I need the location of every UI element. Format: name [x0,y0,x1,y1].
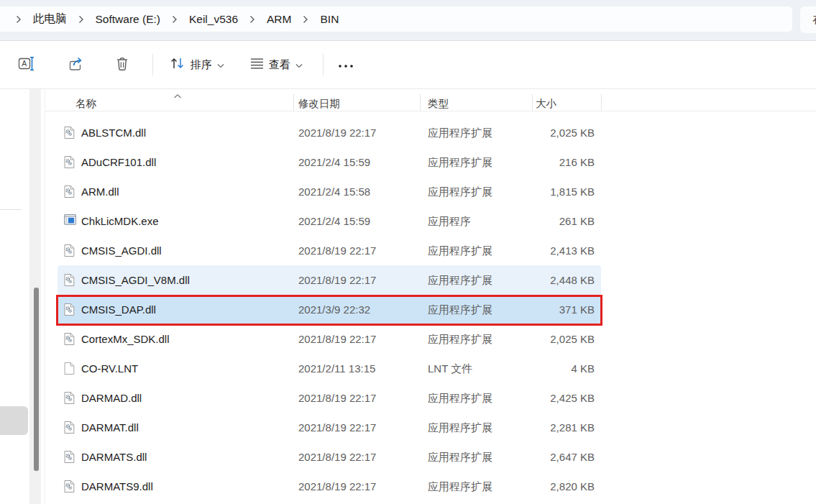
file-date-modified: 2021/8/19 22:17 [298,265,376,295]
file-date-modified: 2021/8/19 22:17 [298,236,376,265]
breadcrumb-chevron-icon [249,15,255,24]
file-date-modified: 2021/2/4 15:58 [298,177,370,206]
file-name: DARMATS.dll [81,442,147,472]
more-options-button[interactable] [335,54,357,75]
file-size: 1,815 KB [550,177,595,206]
dll-file-icon [64,332,75,349]
file-size: 2,820 KB [550,472,595,501]
breadcrumb-item-bin[interactable]: BIN [313,10,345,29]
file-type: 应用程序 [428,206,471,236]
chevron-down-icon [217,58,224,71]
file-type: 应用程序扩展 [428,383,492,413]
file-row[interactable]: ARM.dll 2021/2/4 15:58 应用程序扩展 1,815 KB [58,177,601,206]
file-rows: ABLSTCM.dll 2021/8/19 22:17 应用程序扩展 2,025… [58,118,601,501]
view-button[interactable]: 查看 [246,53,307,77]
view-list-icon [250,58,264,73]
breadcrumb-item-this-pc[interactable]: 此电脑 [27,9,73,29]
column-header-type[interactable]: 类型 [428,97,449,111]
navigation-pane-item-remnant[interactable] [0,406,28,435]
breadcrumb-item-keil[interactable]: Keil_v536 [183,10,244,29]
file-size: 371 KB [559,295,595,324]
svg-text:A: A [22,59,27,68]
breadcrumb-item-arm[interactable]: ARM [260,10,298,29]
file-row[interactable]: CO-RV.LNT 2021/2/11 13:15 LNT 文件 4 KB [58,354,601,383]
file-list-pane: 名称 修改日期 类型 大小 ABLSTCM.dll 2021/8/19 22:1… [0,89,816,504]
file-size: 4 KB [571,354,595,383]
file-type: 应用程序扩展 [428,118,492,147]
file-size: 2,025 KB [550,118,595,147]
column-resize-handle[interactable] [601,94,602,111]
generic-file-icon [64,362,75,378]
column-resize-handle[interactable] [532,94,533,111]
file-size: 216 KB [559,147,595,177]
breadcrumb-chevron-icon [172,15,178,24]
file-date-modified: 2021/8/19 22:17 [298,118,376,147]
rename-button[interactable]: A [14,52,40,78]
file-size: 2,448 KB [550,265,595,295]
dll-file-icon [64,391,75,408]
toolbar-divider [323,54,324,75]
dll-file-icon [64,155,75,172]
dll-file-icon [64,273,75,290]
rename-icon: A [18,56,36,74]
file-row[interactable]: DARMAD.dll 2021/8/19 22:17 应用程序扩展 2,425 … [58,383,601,413]
file-size: 2,425 KB [550,383,595,413]
file-type: 应用程序扩展 [428,472,492,501]
file-row[interactable]: DARMAT.dll 2021/8/19 22:17 应用程序扩展 2,281 … [58,413,601,442]
file-size: 2,281 KB [550,413,595,442]
file-row[interactable]: ADuCRF101.dll 2021/2/4 15:59 应用程序扩展 216 … [58,147,601,177]
file-row[interactable]: ABLSTCM.dll 2021/8/19 22:17 应用程序扩展 2,025… [58,118,601,147]
navigation-pane-divider [0,209,22,210]
file-size: 261 KB [559,206,595,236]
scrollbar-track[interactable] [29,89,41,504]
column-resize-handle[interactable] [420,94,421,111]
file-name: ADuCRF101.dll [81,147,156,177]
pane-edge-divider [45,89,45,504]
scrollbar-thumb[interactable] [34,288,39,471]
dll-file-icon [64,480,75,496]
breadcrumb-chevron-icon [303,15,308,24]
file-size: 2,413 KB [550,236,595,265]
file-name: DARMAT.dll [81,413,139,442]
file-row[interactable]: CMSIS_AGDI.dll 2021/8/19 22:17 应用程序扩展 2,… [58,236,601,265]
toolbar-divider [152,54,153,75]
breadcrumb-item-drive[interactable]: Software (E:) [89,10,167,29]
file-date-modified: 2021/8/19 22:17 [298,442,376,472]
header-underline [45,111,816,111]
dll-file-icon [64,421,75,437]
file-row[interactable]: CMSIS_AGDI_V8M.dll 2021/8/19 22:17 应用程序扩… [58,265,601,295]
file-row[interactable]: DARMATS9.dll 2021/8/19 22:17 应用程序扩展 2,82… [58,472,601,501]
file-date-modified: 2021/2/4 15:59 [298,147,370,177]
file-name: ARM.dll [81,177,119,206]
dll-file-icon [64,244,75,260]
file-type: LNT 文件 [428,354,472,383]
file-date-modified: 2021/3/9 22:32 [298,295,370,324]
delete-button[interactable] [111,52,134,78]
file-row[interactable]: ChkLicMDK.exe 2021/2/4 15:59 应用程序 261 KB [58,206,601,236]
file-type: 应用程序扩展 [428,177,492,206]
file-row[interactable]: CortexMx_SDK.dll 2021/8/19 22:17 应用程序扩展 … [58,324,601,354]
column-header-name[interactable]: 名称 [75,97,96,111]
application-file-icon [64,214,76,228]
file-row[interactable]: DARMATS.dll 2021/8/19 22:17 应用程序扩展 2,647… [58,442,601,472]
command-toolbar: A [0,41,816,89]
more-options-icon [338,58,354,71]
column-header-date-modified[interactable]: 修改日期 [298,97,340,111]
file-row[interactable]: CMSIS_DAP.dll 2021/3/9 22:32 应用程序扩展 371 … [58,295,601,324]
column-resize-handle[interactable] [293,94,294,111]
file-date-modified: 2021/2/11 13:15 [298,354,375,383]
dll-file-icon [64,126,75,142]
file-type: 应用程序扩展 [428,147,492,177]
file-type: 应用程序扩展 [428,413,492,442]
breadcrumb-chevron-icon [16,15,22,24]
file-size: 2,025 KB [550,324,595,354]
file-type: 应用程序扩展 [428,236,492,265]
file-date-modified: 2021/8/19 22:17 [298,413,376,442]
sort-icon [170,57,185,73]
sort-button[interactable]: 排序 [165,52,229,77]
share-button[interactable] [64,52,88,78]
search-input[interactable]: 在 [799,6,816,34]
file-name: ChkLicMDK.exe [81,206,159,236]
breadcrumb: 此电脑 Software (E:) Keil_v536 ARM BIN [0,6,793,32]
column-header-size[interactable]: 大小 [536,97,556,111]
